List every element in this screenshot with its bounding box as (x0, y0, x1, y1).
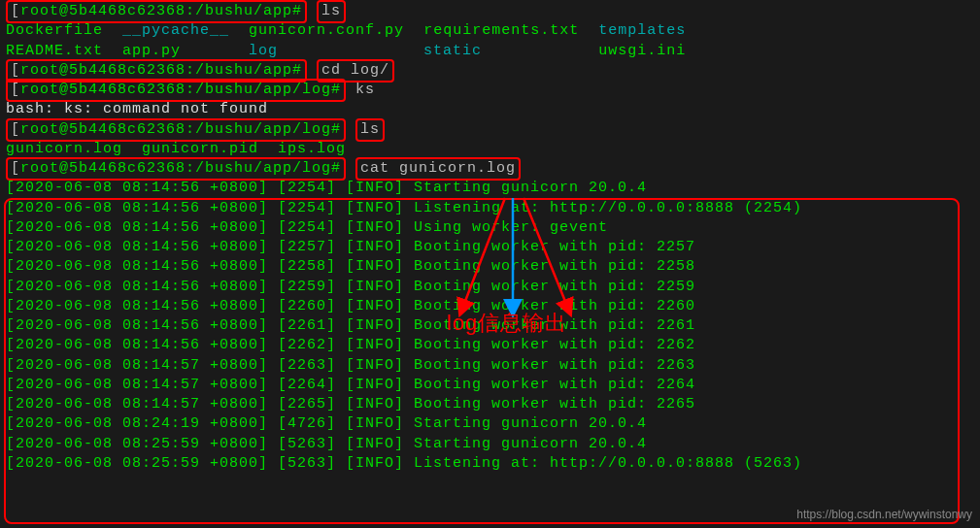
prompt-line[interactable]: [root@5b4468c62368:/bushu/app/log# cat g… (6, 159, 974, 179)
prompt-line[interactable]: [root@5b4468c62368:/bushu/app/log# ks (6, 81, 974, 100)
annotation-label: log信息输出 (447, 309, 567, 338)
log-line: [2020-06-08 08:14:57 +0800] [2265] [INFO… (6, 395, 974, 414)
prompt-line[interactable]: [root@5b4468c62368:/bushu/app/log# ls (6, 120, 974, 140)
ls-output: Dockerfile __pycache__ gunicorn.conf.py … (6, 21, 974, 41)
prompt-line[interactable]: [root@5b4468c62368:/bushu/app# cd log/ (6, 61, 974, 81)
svg-line-2 (524, 198, 568, 309)
ls-output: gunicorn.log gunicorn.pid ips.log (6, 140, 974, 159)
watermark: https://blog.csdn.net/wywinstonwy (796, 507, 972, 522)
log-line: [2020-06-08 08:25:59 +0800] [5263] [INFO… (6, 435, 974, 454)
log-line: [2020-06-08 08:14:57 +0800] [2264] [INFO… (6, 376, 974, 395)
log-line: [2020-06-08 08:14:57 +0800] [2263] [INFO… (6, 356, 974, 376)
log-line: [2020-06-08 08:14:56 +0800] [2262] [INFO… (6, 336, 974, 355)
prompt-line[interactable]: [root@5b4468c62368:/bushu/app# ls (6, 2, 974, 21)
log-line: [2020-06-08 08:24:19 +0800] [4726] [INFO… (6, 414, 974, 434)
log-line: [2020-06-08 08:25:59 +0800] [5263] [INFO… (6, 454, 974, 474)
arrow-red-right (510, 192, 588, 318)
bash-error: bash: ks: command not found (6, 100, 974, 119)
ls-output: README.txt app.py log static uwsgi.ini (6, 42, 974, 61)
